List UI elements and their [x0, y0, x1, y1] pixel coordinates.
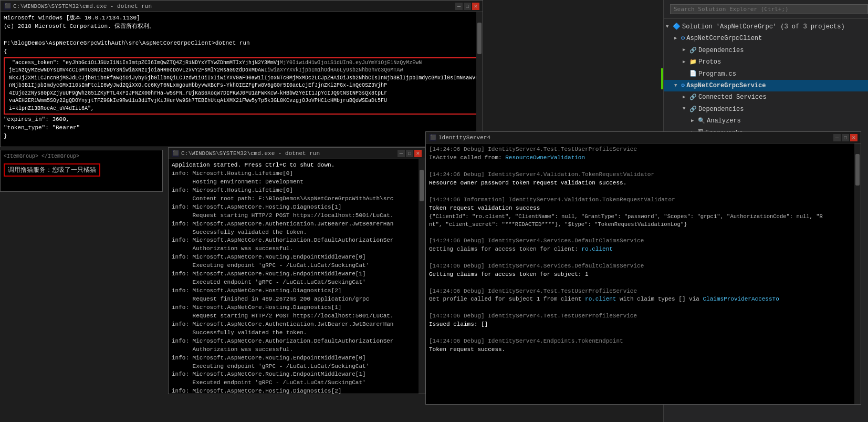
se-item-client-protos[interactable]: ▶ 📁 Protos: [664, 56, 868, 68]
id-line-8b: Token request success.: [429, 346, 857, 354]
maximize-btn-2[interactable]: □: [406, 150, 413, 157]
id-line-2b: Resource owner password token request va…: [429, 179, 857, 188]
t2-line-11: info: Microsoft.AspNetCore.Routing.Endpo…: [172, 253, 422, 262]
scrollbar-thumb-identity: [855, 154, 860, 186]
analyzers-label: Analyzers: [707, 116, 741, 126]
minimize-btn-3[interactable]: ─: [833, 134, 841, 141]
expires-in: "expires_in": 3600,: [4, 116, 479, 124]
id-line-3b: Token request validation success: [429, 204, 857, 213]
id-blank5: [429, 279, 857, 287]
t2-line-8: Successfully validated the token.: [172, 229, 422, 237]
se-expand-client-program: [683, 70, 688, 78]
dotnet-run-cmd: F:\BlogDemos\AspNetCoreGrpcWithAuth\src\…: [4, 39, 479, 48]
id-line-7a: [14:24:06 Debug] IdentityServer4.Test.Te…: [429, 312, 857, 321]
id-line-3a: [14:24:06 Information] IdentityServer4.V…: [429, 196, 857, 204]
t2-line-13: info: Microsoft.AspNetCore.Routing.Endpo…: [172, 270, 422, 279]
solution-explorer-search[interactable]: [670, 4, 868, 14]
minimize-btn-2[interactable]: ─: [398, 150, 405, 157]
close-btn-2[interactable]: ✕: [414, 150, 422, 157]
se-item-client-deps[interactable]: ▶ 🔗 Dependencies: [664, 45, 868, 56]
client-program-label: Program.cs: [698, 69, 736, 79]
minimize-btn-1[interactable]: ─: [455, 3, 463, 10]
cmd-icon-1: ⬛: [4, 3, 11, 10]
scrollbar-main[interactable]: [476, 12, 483, 147]
access-token-line5: 4IUjozzNys80pXZjyuUF9gWhzG51ZKyPTL4xFIJF…: [6, 90, 477, 98]
t2-line-4: Content root path: F:\BlogDemos\AspNetCo…: [172, 195, 422, 203]
access-token-line2: jE1NzQyMzEwNDYsImV4cCI6MTU3NDIzNDY3Niwia…: [6, 67, 477, 75]
id-line-3d: nt", "client_secret": "***REDACTED***"},…: [429, 221, 857, 229]
se-item-connected-services[interactable]: ▶ 🔗 Connected Services: [664, 91, 868, 103]
id-line-2a: [14:24:06 Debug] IdentityServer4.Validat…: [429, 171, 857, 179]
access-token-line6: vaAEH2ER1Wmm5SOy22gQDOYnyjtTFZ9GkIe9Rwl1…: [6, 97, 477, 105]
terminal-main-content: Microsoft Windows [版本 10.0.17134.1130] (…: [1, 12, 483, 147]
id-blank6: [429, 304, 857, 312]
id-blank3: [429, 229, 857, 237]
se-item-service-deps[interactable]: ▼ 🔗 Dependencies: [664, 104, 868, 115]
maximize-btn-1[interactable]: □: [464, 3, 471, 10]
scrollbar-thumb-main: [477, 23, 482, 54]
id-line-1b: IsActive called from: ResourceOwnerValid…: [429, 154, 857, 162]
t2-line-15: info: Microsoft.AspNetCore.Hosting.Diagn…: [172, 287, 422, 295]
se-expand-service-deps: ▼: [683, 105, 688, 113]
se-item-solution[interactable]: ▼ 🔷 Solution 'AspNetCoreGrpc' (3 of 3 pr…: [664, 21, 868, 33]
access-token-line7: i=klpnZ13BRoeAc_uV4dIiL6A",: [6, 105, 477, 113]
t2-line-23: info: Microsoft.AspNetCore.Routing.Endpo…: [172, 354, 422, 363]
terminal-main-title: ⬛ C:\WINDOWS\SYSTEM32\cmd.exe - dotnet r…: [4, 3, 152, 10]
win-controls-1[interactable]: ─ □ ✕: [455, 3, 479, 10]
maximize-btn-3[interactable]: □: [842, 134, 849, 141]
win-controls-3[interactable]: ─ □ ✕: [833, 134, 857, 141]
program-icon-client: 📄: [689, 69, 697, 79]
protos-icon-client: 📁: [689, 57, 697, 67]
t2-line-14: Executed endpoint 'gRPC - /LuCat.LuCat/S…: [172, 279, 422, 287]
output-label: <ItemGroup> </ItemGroup>: [4, 153, 159, 159]
service-deps-label: Dependencies: [698, 104, 744, 115]
terminal-middle: ⬛ C:\WINDOWS\SYSTEM32\cmd.exe - dotnet r…: [168, 147, 425, 394]
id-blank7: [429, 329, 857, 337]
id-line-4a: [14:24:06 Debug] IdentityServer4.Service…: [429, 237, 857, 245]
json-open: {: [4, 48, 479, 56]
t2-line-25: info: Microsoft.AspNetCore.Routing.Endpo…: [172, 370, 422, 379]
win-controls-2[interactable]: ─ □ ✕: [398, 150, 422, 157]
green-indicator-bar: [661, 68, 663, 89]
close-btn-3[interactable]: ✕: [850, 134, 857, 141]
service-project-label: AspNetCoreGrpcService: [686, 80, 766, 91]
se-item-client-project[interactable]: ▶ ⚙ AspNetCoreGrpcClient: [664, 33, 868, 44]
close-btn-1[interactable]: ✕: [472, 3, 479, 10]
win-version: Microsoft Windows [版本 10.0.17134.1130]: [4, 14, 479, 23]
se-expand-connected: ▶: [683, 94, 688, 101]
id-blank2: [429, 188, 857, 196]
t2-line-9: info: Microsoft.AspNetCore.Authorization…: [172, 236, 422, 245]
t2-line-3: info: Microsoft.Hosting.Lifetime[0]: [172, 187, 422, 195]
t2-line-19: info: Microsoft.AspNetCore.Authenticatio…: [172, 321, 422, 329]
project-icon-client: ⚙: [681, 33, 685, 44]
id-line-5a: [14:24:06 Debug] IdentityServer4.Service…: [429, 262, 857, 271]
se-expand-analyzers: ▶: [691, 117, 696, 125]
project-icon-service: ⚙: [681, 80, 685, 91]
t2-line-26: Executed endpoint 'gRPC - /LuCat.LuCat/S…: [172, 379, 422, 387]
t2-line-6: Request starting HTTP/2 POST https://loc…: [172, 212, 422, 220]
se-expand-client-protos: ▶: [683, 58, 688, 66]
json-close: }: [4, 132, 479, 141]
client-project-label: AspNetCoreGrpcClient: [686, 33, 762, 44]
t2-line-16: Request finished in 489.2672ms 200 appli…: [172, 295, 422, 304]
t2-line-22: Authorization was successful.: [172, 346, 422, 354]
token-type: "token_type": "Bearer": [4, 124, 479, 132]
se-item-client-program[interactable]: 📄 Program.cs: [664, 68, 868, 80]
solution-label: Solution 'AspNetCoreGrpc' (3 of 3 projec…: [682, 22, 845, 32]
scrollbar-middle[interactable]: [419, 159, 425, 394]
se-expand-client-deps: ▶: [683, 46, 688, 54]
connected-icon: 🔗: [689, 92, 697, 102]
t2-line-5: info: Microsoft.AspNetCore.Hosting.Diagn…: [172, 203, 422, 212]
id-line-5b: Getting claims for access token for subj…: [429, 271, 857, 279]
id-blank4: [429, 254, 857, 262]
se-item-service-project[interactable]: ▼ ⚙ AspNetCoreGrpcService: [664, 80, 868, 91]
deps-icon-service: 🔗: [689, 105, 697, 115]
blank-line2: [4, 141, 479, 147]
cmd-icon-3: ⬛: [429, 134, 436, 141]
win-copyright: (c) 2018 Microsoft Corporation. 保留所有权利。: [4, 23, 479, 31]
scrollbar-identity[interactable]: [854, 143, 861, 404]
output-area: <ItemGroup> </ItemGroup> 调用撸猫服务：您吸了一只橘猫: [0, 150, 163, 192]
t2-line-21: info: Microsoft.AspNetCore.Authorization…: [172, 337, 422, 346]
se-expand-solution: ▼: [666, 23, 671, 31]
se-item-analyzers[interactable]: ▶ 🔍 Analyzers: [664, 115, 868, 127]
